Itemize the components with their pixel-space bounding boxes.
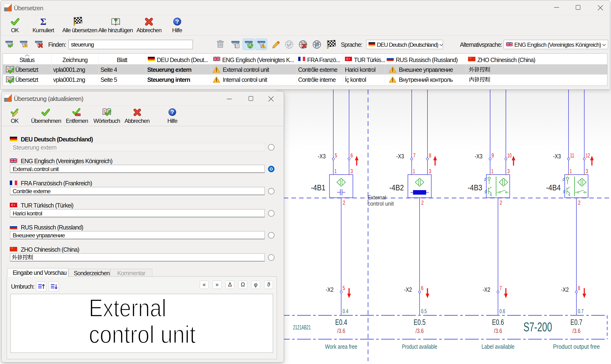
svg-text:0.4: 0.4: [343, 308, 348, 314]
svg-text:11: 11: [570, 152, 574, 159]
svg-text:-X3: -X3: [553, 153, 561, 160]
svg-text:1: 1: [570, 168, 572, 174]
svg-text:2: 2: [343, 199, 345, 206]
svg-text:5: 5: [343, 285, 345, 291]
svg-text:3: 3: [351, 168, 353, 174]
svg-text:-X3: -X3: [396, 153, 404, 160]
svg-text:External: External: [89, 294, 166, 322]
svg-text:Product available: Product available: [402, 343, 437, 350]
svg-text:-X2: -X2: [326, 286, 334, 293]
svg-text:6: 6: [421, 285, 423, 291]
svg-text:!: !: [25, 44, 26, 47]
svg-text:10: 10: [507, 152, 512, 159]
svg-text:12: 12: [586, 152, 590, 159]
svg-text:External: External: [368, 194, 386, 201]
svg-text:-4B4: -4B4: [546, 183, 561, 192]
svg-text:0.5: 0.5: [421, 308, 427, 314]
svg-text:2: 2: [500, 199, 502, 206]
svg-text:-X3: -X3: [318, 153, 326, 160]
svg-text:E0.5: E0.5: [414, 317, 425, 326]
svg-text:9: 9: [492, 152, 494, 159]
svg-text:2: 2: [421, 199, 424, 206]
svg-text:1: 1: [413, 168, 415, 174]
svg-text:5: 5: [335, 152, 337, 159]
svg-text:?: ?: [171, 109, 174, 115]
svg-text:/3.6: /3.6: [572, 327, 581, 334]
svg-text:-4B1: -4B1: [311, 183, 326, 192]
svg-text:control unit: control unit: [368, 200, 394, 207]
svg-text:E0.4: E0.4: [335, 317, 347, 326]
svg-text:-X3: -X3: [475, 153, 483, 160]
svg-text:0.7: 0.7: [578, 308, 584, 314]
svg-text:-X2: -X2: [483, 286, 491, 293]
svg-text:2121AB21: 2121AB21: [293, 324, 311, 331]
svg-text:E0.7: E0.7: [571, 317, 582, 326]
svg-text:E0.6: E0.6: [492, 317, 504, 326]
svg-text:-4B2: -4B2: [389, 183, 404, 192]
svg-text:1: 1: [335, 168, 337, 174]
svg-text:Label available: Label available: [482, 343, 515, 350]
svg-text:3: 3: [586, 168, 588, 174]
svg-text:-4B3: -4B3: [468, 183, 482, 192]
svg-text:/3.6: /3.6: [415, 327, 424, 334]
svg-text:Product output free: Product output free: [553, 343, 600, 350]
svg-text:7: 7: [413, 152, 415, 159]
svg-text:8: 8: [578, 285, 580, 291]
svg-text:-X2: -X2: [404, 286, 412, 293]
svg-text:3: 3: [429, 168, 431, 174]
svg-text:/3.6: /3.6: [337, 327, 345, 334]
svg-text:!: !: [263, 45, 264, 48]
svg-text:7: 7: [500, 285, 502, 291]
svg-text:3: 3: [507, 168, 510, 174]
svg-text:2: 2: [578, 199, 581, 206]
svg-text:-X2: -X2: [561, 286, 569, 293]
svg-text:6: 6: [351, 152, 353, 159]
svg-text:1: 1: [491, 168, 493, 174]
svg-text:Σ: Σ: [40, 17, 47, 26]
svg-text:0.6: 0.6: [500, 308, 505, 314]
svg-text:8: 8: [429, 152, 431, 159]
svg-text:S7-200: S7-200: [523, 320, 552, 334]
svg-text:/3.6: /3.6: [494, 327, 502, 334]
svg-text:control unit: control unit: [89, 321, 196, 348]
svg-text:?: ?: [175, 18, 179, 25]
svg-text:Work area free: Work area free: [325, 343, 357, 350]
